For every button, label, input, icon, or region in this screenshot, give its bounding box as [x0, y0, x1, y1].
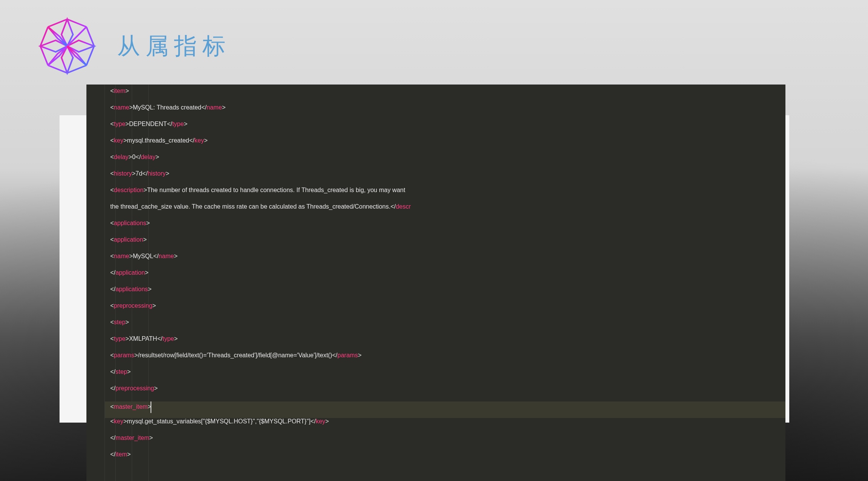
code-line[interactable]: <delay>0</delay> [110, 154, 411, 170]
code-line[interactable]: <history>7d</history> [110, 170, 411, 187]
code-line[interactable]: </master_item> [110, 435, 411, 451]
code-line[interactable]: </preprocessing> [110, 385, 411, 401]
code-line[interactable]: <key>mysql.get_status_variables["{$MYSQL… [110, 418, 411, 435]
code-line[interactable]: <application> [110, 236, 411, 253]
code-line[interactable]: </applications> [110, 286, 411, 302]
code-line[interactable]: <step> [110, 319, 411, 335]
code-content[interactable]: <item> <name>MySQL: Threads created</nam… [110, 88, 411, 468]
star-logo-icon [36, 15, 98, 77]
code-line[interactable]: <name>MySQL</name> [110, 253, 411, 269]
code-line[interactable]: <applications> [110, 220, 411, 236]
code-line[interactable]: </step> [110, 368, 411, 385]
code-line[interactable]: <item> [110, 88, 411, 104]
code-line[interactable]: </item> [110, 451, 411, 468]
code-line[interactable]: <params>/resultset/row[field/text()='Thr… [110, 352, 411, 368]
code-line[interactable]: <type>XMLPATH</type> [110, 335, 411, 352]
code-line[interactable]: <preprocessing> [110, 302, 411, 319]
code-line[interactable]: <type>DEPENDENT</type> [110, 121, 411, 137]
header: 从属指标 [36, 15, 231, 77]
page-title: 从属指标 [117, 31, 231, 62]
code-line[interactable]: </application> [110, 269, 411, 286]
code-line[interactable]: the thread_cache_size value. The cache m… [110, 203, 411, 220]
code-editor[interactable]: <item> <name>MySQL: Threads created</nam… [86, 85, 785, 481]
code-line[interactable]: <key>mysql.threads_created</key> [110, 137, 411, 154]
code-line[interactable]: <description>The number of threads creat… [110, 187, 411, 203]
code-gutter [86, 85, 105, 481]
code-line[interactable]: <name>MySQL: Threads created</name> [110, 104, 411, 121]
code-line[interactable]: <master_item> [110, 401, 411, 418]
